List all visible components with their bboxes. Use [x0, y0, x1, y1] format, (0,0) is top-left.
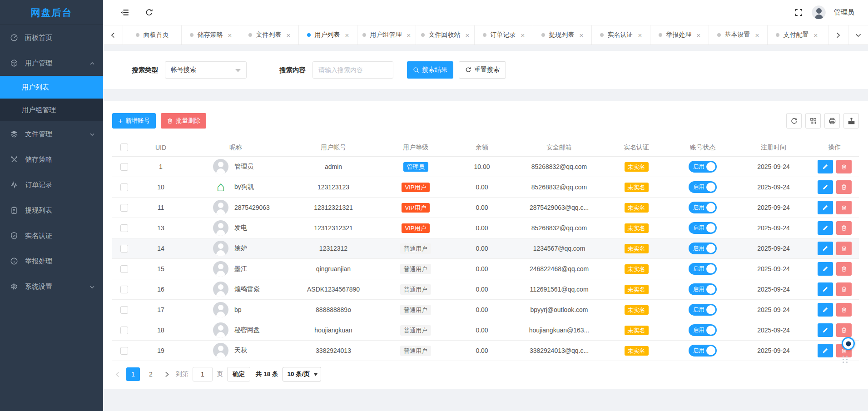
page-number-1[interactable]: 1: [126, 367, 140, 381]
sidebar-item-withdrawals[interactable]: 提现列表: [0, 198, 103, 223]
status-toggle[interactable]: 启用: [689, 345, 717, 357]
tab-close-icon[interactable]: [814, 32, 818, 39]
row-checkbox[interactable]: [120, 347, 128, 355]
edit-button[interactable]: [818, 201, 833, 214]
delete-button[interactable]: [836, 160, 852, 173]
batch-delete-button[interactable]: 批量删除: [161, 113, 206, 129]
add-account-button[interactable]: +新增账号: [112, 113, 156, 129]
tab-item[interactable]: 基本设置: [709, 25, 768, 45]
refresh-page-icon[interactable]: [144, 8, 154, 18]
status-toggle[interactable]: 启用: [689, 243, 717, 254]
delete-button[interactable]: [836, 303, 852, 317]
row-checkbox[interactable]: [120, 224, 128, 232]
tab-close-icon[interactable]: [466, 32, 470, 39]
floating-action-button[interactable]: [842, 337, 855, 350]
row-checkbox[interactable]: [120, 265, 128, 273]
tab-item[interactable]: 支付配置: [768, 25, 826, 45]
confirm-page-button[interactable]: 确定: [227, 367, 250, 381]
row-checkbox[interactable]: [120, 306, 128, 314]
tab-item[interactable]: 提现列表: [533, 25, 592, 45]
status-toggle[interactable]: 启用: [689, 263, 717, 275]
tabs-scroll-left-icon[interactable]: [103, 25, 123, 45]
tab-close-icon[interactable]: [580, 32, 584, 39]
delete-button[interactable]: [836, 201, 852, 214]
drag-handle-icon[interactable]: [843, 356, 848, 363]
edit-button[interactable]: [818, 221, 833, 235]
tabs-menu-icon[interactable]: [848, 25, 868, 45]
delete-button[interactable]: [836, 323, 852, 337]
tab-close-icon[interactable]: [228, 32, 232, 39]
edit-button[interactable]: [818, 262, 833, 276]
row-checkbox[interactable]: [120, 183, 128, 191]
delete-button[interactable]: [836, 180, 852, 194]
sidebar-item-dashboard[interactable]: 面板首页: [0, 25, 103, 50]
row-checkbox[interactable]: [120, 163, 128, 171]
sidebar-item-user-management[interactable]: 用户管理: [0, 50, 103, 76]
row-checkbox[interactable]: [120, 245, 128, 253]
tab-close-icon[interactable]: [287, 32, 291, 39]
status-toggle[interactable]: 启用: [689, 202, 717, 213]
tab-close-icon[interactable]: [755, 32, 759, 39]
edit-button[interactable]: [818, 282, 833, 296]
tab-close-icon[interactable]: [697, 32, 701, 39]
edit-button[interactable]: [818, 323, 833, 337]
edit-button[interactable]: [818, 303, 833, 317]
tab-close-icon[interactable]: [521, 32, 525, 39]
edit-button[interactable]: [818, 160, 833, 173]
sidebar-item-realname-verify[interactable]: 实名认证: [0, 223, 103, 248]
tab-item[interactable]: 面板首页: [123, 25, 182, 45]
status-toggle[interactable]: 启用: [689, 304, 717, 316]
tab-close-icon[interactable]: [638, 32, 642, 39]
status-toggle[interactable]: 启用: [689, 324, 717, 336]
tab-item-active[interactable]: 用户列表: [299, 25, 357, 45]
goto-page-input[interactable]: [193, 367, 213, 381]
per-page-select[interactable]: 10 条/页: [283, 367, 322, 381]
select-all-checkbox[interactable]: [120, 144, 128, 151]
tab-item[interactable]: 储存策略: [182, 25, 240, 45]
delete-button[interactable]: [836, 282, 852, 296]
prev-page-icon[interactable]: [112, 371, 122, 377]
row-checkbox[interactable]: [120, 204, 128, 212]
page-number-2[interactable]: 2: [144, 367, 158, 381]
tab-close-icon[interactable]: [407, 32, 411, 39]
tab-close-icon[interactable]: [345, 32, 349, 39]
print-icon[interactable]: [824, 113, 840, 129]
admin-name[interactable]: 管理员: [834, 8, 854, 17]
delete-button[interactable]: [836, 242, 852, 255]
search-input[interactable]: [312, 61, 393, 79]
fullscreen-icon[interactable]: [794, 8, 804, 18]
tabs-scroll-right-icon[interactable]: [828, 25, 848, 45]
tab-item[interactable]: 用户组管理: [357, 25, 416, 45]
sidebar-item-system-settings[interactable]: 系统设置: [0, 274, 103, 299]
export-icon[interactable]: [843, 113, 859, 129]
sidebar-subitem-user-list[interactable]: 用户列表: [0, 76, 103, 99]
refresh-table-icon[interactable]: [786, 113, 802, 129]
reset-search-button[interactable]: 重置搜索: [459, 61, 506, 79]
next-page-icon[interactable]: [162, 371, 172, 377]
sidebar-item-orders[interactable]: 订单记录: [0, 172, 103, 198]
search-button[interactable]: 搜索结果: [407, 61, 453, 79]
status-toggle[interactable]: 启用: [689, 222, 717, 234]
edit-button[interactable]: [818, 344, 833, 357]
edit-button[interactable]: [818, 242, 833, 255]
tab-item[interactable]: 订单记录: [475, 25, 533, 45]
columns-filter-icon[interactable]: [805, 113, 821, 129]
tab-item[interactable]: 举报处理: [650, 25, 709, 45]
sidebar-item-report-handling[interactable]: 举报处理: [0, 248, 103, 274]
edit-button[interactable]: [818, 180, 833, 194]
admin-avatar[interactable]: [812, 5, 826, 20]
status-toggle[interactable]: 启用: [689, 161, 717, 173]
tab-item[interactable]: 实名认证: [592, 25, 650, 45]
sidebar-item-file-management[interactable]: 文件管理: [0, 121, 103, 147]
row-checkbox[interactable]: [120, 327, 128, 334]
collapse-sidebar-icon[interactable]: [119, 8, 129, 18]
status-toggle[interactable]: 启用: [689, 283, 717, 295]
sidebar-item-storage-policy[interactable]: 储存策略: [0, 147, 103, 172]
delete-button[interactable]: [836, 221, 852, 235]
tab-item[interactable]: 文件列表: [240, 25, 299, 45]
sidebar-subitem-user-group[interactable]: 用户组管理: [0, 99, 103, 121]
row-checkbox[interactable]: [120, 286, 128, 293]
search-type-select[interactable]: 帐号搜索: [165, 61, 247, 79]
delete-button[interactable]: [836, 262, 852, 276]
tab-item[interactable]: 文件回收站: [416, 25, 475, 45]
